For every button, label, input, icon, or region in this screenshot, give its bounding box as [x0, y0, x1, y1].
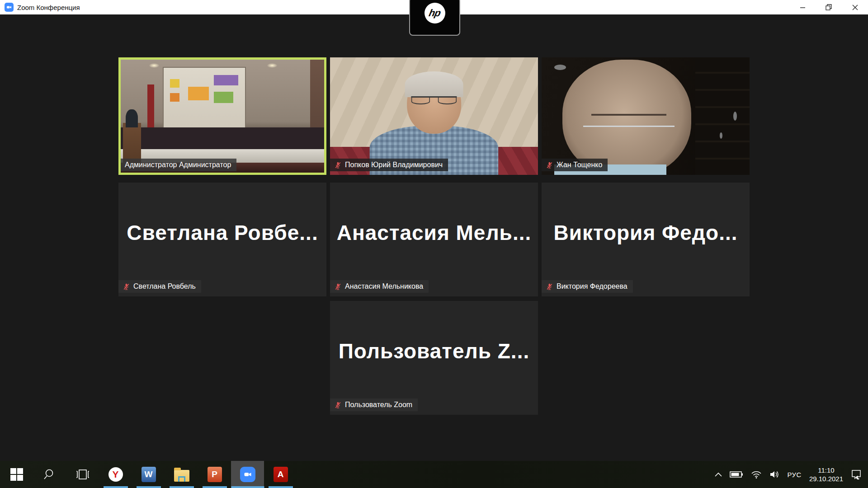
closeup-face — [562, 60, 691, 175]
running-indicator — [231, 486, 264, 488]
restore-button[interactable] — [816, 0, 842, 14]
taskbar-app-file-explorer[interactable] — [165, 461, 198, 488]
video-tile-toshchenko[interactable]: Жан Тощенко — [542, 57, 750, 175]
word-icon: W — [142, 467, 156, 482]
system-tray: РУС 11:10 29.10.2021 — [715, 461, 868, 488]
participant-big-name: Виктория Федо... — [542, 183, 750, 283]
slide-block — [170, 93, 180, 102]
running-indicator — [170, 486, 194, 488]
tile-polzovatel-zoom[interactable]: Пользователь Z... Пользователь Zoom — [330, 301, 538, 415]
slide-block — [214, 92, 233, 103]
participant-name-tag: Пользователь Zoom — [330, 399, 418, 411]
wifi-icon — [751, 470, 762, 479]
video-tile-popkov[interactable]: Попков Юрий Владимирович — [330, 57, 538, 175]
taskbar-app-powerpoint[interactable]: P — [198, 461, 231, 488]
video-tile-administrator[interactable]: Администратор Администратор — [118, 57, 326, 175]
red-banner — [147, 84, 155, 127]
battery-indicator[interactable] — [730, 471, 743, 478]
man-on-sofa-video — [330, 57, 538, 175]
file-explorer-icon — [174, 470, 189, 482]
gray-hair — [405, 71, 463, 97]
muted-mic-icon — [123, 283, 130, 291]
participant-name: Администратор Администратор — [125, 161, 231, 169]
glasses — [411, 96, 457, 104]
acrobat-icon: A — [274, 467, 288, 482]
task-view-button[interactable] — [66, 461, 99, 488]
speaker-icon — [769, 470, 779, 479]
slide-block — [214, 75, 238, 85]
muted-mic-icon — [334, 401, 342, 409]
presidium-row — [121, 127, 324, 150]
tray-chevron-button[interactable] — [715, 472, 722, 477]
participant-name: Анастасия Мельникова — [345, 282, 423, 291]
participant-name: Попков Юрий Владимирович — [345, 161, 443, 169]
dark-shelves — [695, 57, 750, 175]
yandex-browser-icon: Y — [108, 467, 123, 482]
glasses — [583, 126, 675, 142]
participant-name: Светлана Ровбель — [133, 282, 196, 291]
taskbar-app-yandex-browser[interactable]: Y — [99, 461, 132, 488]
participant-name-tag: Светлана Ровбель — [118, 280, 201, 293]
powerpoint-icon: P — [208, 467, 222, 482]
running-indicator — [137, 486, 161, 488]
window-title: Zoom Конференция — [17, 4, 80, 11]
dark-room-closeup-video — [542, 57, 750, 175]
participant-big-name: Пользователь Z... — [330, 301, 538, 401]
hp-webcam-bezel: hp — [409, 0, 460, 36]
hp-logo: hp — [425, 3, 445, 23]
slide-block — [170, 79, 180, 88]
tray-time: 11:10 — [809, 466, 843, 475]
muted-mic-icon — [334, 283, 342, 291]
participant-name: Виктория Федореева — [557, 282, 627, 291]
network-indicator[interactable] — [751, 470, 762, 479]
participant-name-tag: Анастасия Мельникова — [330, 280, 429, 293]
close-button[interactable] — [842, 0, 868, 14]
taskbar-app-acrobat[interactable]: A — [264, 461, 297, 488]
zoom-app-icon — [5, 3, 14, 12]
projection-screen — [164, 68, 245, 131]
ceiling-lamp — [149, 63, 159, 68]
eyebrow — [591, 114, 666, 116]
clock[interactable]: 11:10 29.10.2021 — [809, 466, 843, 483]
participant-name-tag: Попков Юрий Владимирович — [330, 159, 448, 171]
chandelier-glint — [554, 65, 566, 70]
participant-big-name: Светлана Ровбе... — [118, 183, 326, 283]
tile-svetlana-rovbel[interactable]: Светлана Ровбе... Светлана Ровбель — [118, 183, 326, 296]
volume-indicator[interactable] — [769, 470, 779, 479]
windows-taskbar: Y W P A РУС 11:1 — [0, 461, 868, 488]
participant-big-name: Анастасия Мель... — [330, 183, 538, 283]
taskbar-app-zoom[interactable] — [231, 461, 264, 488]
running-indicator — [104, 486, 128, 488]
muted-mic-icon — [334, 161, 342, 169]
ceiling-lamp — [267, 63, 277, 68]
minimize-button[interactable] — [789, 0, 816, 14]
hp-logo-text: hp — [428, 7, 441, 19]
participant-name: Жан Тощенко — [557, 161, 602, 169]
folder-clip — [178, 476, 185, 482]
language-indicator[interactable]: РУС — [787, 471, 802, 479]
lens — [411, 98, 430, 104]
muted-mic-icon — [546, 161, 553, 169]
tray-date: 29.10.2021 — [809, 474, 843, 483]
lens — [438, 98, 457, 104]
slide-block — [188, 87, 209, 101]
taskbar-app-word[interactable]: W — [132, 461, 165, 488]
participant-name-tag: Администратор Администратор — [121, 159, 236, 171]
participant-gallery: Администратор Администратор — [118, 57, 750, 415]
podium — [123, 123, 142, 164]
task-view-icon — [75, 469, 90, 480]
participant-name-tag: Жан Тощенко — [542, 159, 608, 171]
running-indicator — [269, 486, 293, 488]
participant-name: Пользователь Zoom — [345, 401, 412, 409]
tile-viktoria-fedoreeva[interactable]: Виктория Федо... Виктория Федореева — [542, 183, 750, 296]
speaker-at-podium — [126, 109, 138, 127]
start-button[interactable] — [0, 461, 33, 488]
running-indicator — [203, 486, 227, 488]
conference-hall-video — [121, 60, 324, 173]
muted-mic-icon — [546, 283, 553, 291]
action-center-button[interactable] — [851, 469, 862, 480]
zoom-icon — [240, 467, 255, 482]
tile-anastasia-melnikova[interactable]: Анастасия Мель... Анастасия Мельникова — [330, 183, 538, 296]
search-button[interactable] — [33, 461, 66, 488]
zoom-gallery-stage: Администратор Администратор — [0, 14, 868, 461]
